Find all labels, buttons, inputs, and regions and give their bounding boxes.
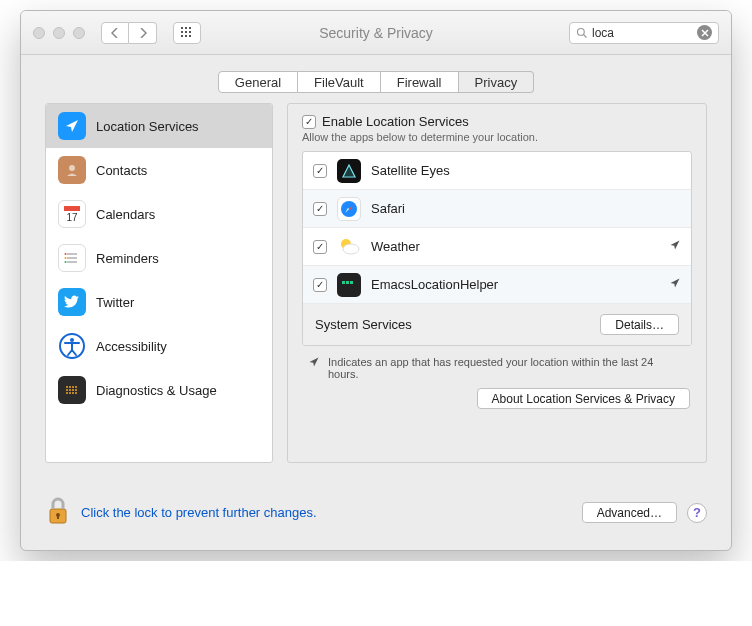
clear-search-button[interactable] <box>697 25 712 40</box>
svg-rect-46 <box>57 515 59 519</box>
zoom-window-button[interactable] <box>73 27 85 39</box>
app-checkbox[interactable]: ✓ <box>313 164 327 178</box>
back-button[interactable] <box>101 22 129 44</box>
sidebar-item-accessibility[interactable]: Accessibility <box>46 324 272 368</box>
reminders-icon <box>58 244 86 272</box>
svg-point-19 <box>65 261 67 263</box>
system-services-row: System Services Details… <box>303 304 691 345</box>
svg-text:17: 17 <box>66 212 78 223</box>
lock-icon[interactable] <box>45 495 71 530</box>
sidebar-item-reminders[interactable]: Reminders <box>46 236 272 280</box>
app-row: ✓ EmacsLocationHelper <box>303 266 691 304</box>
svg-point-32 <box>72 392 74 394</box>
sidebar-item-label: Contacts <box>96 163 147 178</box>
nav-buttons <box>101 22 157 44</box>
window-titlebar: Security & Privacy loca <box>21 11 731 55</box>
svg-rect-3 <box>181 31 183 33</box>
app-name: Weather <box>371 239 420 254</box>
about-location-services-button[interactable]: About Location Services & Privacy <box>477 388 690 409</box>
privacy-category-list: Location Services Contacts 17 Calendars … <box>45 103 273 463</box>
search-icon <box>576 27 588 39</box>
svg-point-29 <box>75 389 77 391</box>
sidebar-item-label: Accessibility <box>96 339 167 354</box>
svg-point-17 <box>65 253 67 255</box>
details-button[interactable]: Details… <box>600 314 679 335</box>
forward-button[interactable] <box>129 22 157 44</box>
sidebar-item-label: Reminders <box>96 251 159 266</box>
app-row: ✓ Weather <box>303 228 691 266</box>
svg-rect-6 <box>181 35 183 37</box>
app-row: ✓ Satellite Eyes <box>303 152 691 190</box>
tab-general[interactable]: General <box>218 71 298 93</box>
app-name: Satellite Eyes <box>371 163 450 178</box>
note-text: Indicates an app that has requested your… <box>328 356 686 380</box>
main-area: Location Services Contacts 17 Calendars … <box>21 103 731 483</box>
sidebar-item-calendars[interactable]: 17 Calendars <box>46 192 272 236</box>
location-arrow-icon <box>308 356 320 380</box>
svg-point-23 <box>69 386 71 388</box>
tab-segmented-control: General FileVault Firewall Privacy <box>218 71 534 93</box>
help-button[interactable]: ? <box>687 503 707 523</box>
tab-privacy[interactable]: Privacy <box>459 71 535 93</box>
system-services-label: System Services <box>315 317 412 332</box>
weather-icon <box>337 235 361 259</box>
app-row: ✓ Safari <box>303 190 691 228</box>
diagnostics-icon <box>58 376 86 404</box>
svg-point-24 <box>72 386 74 388</box>
tab-firewall[interactable]: Firewall <box>381 71 459 93</box>
recent-location-indicator-icon <box>669 277 681 292</box>
sidebar-item-label: Location Services <box>96 119 199 134</box>
close-icon <box>701 29 709 37</box>
app-checkbox[interactable]: ✓ <box>313 278 327 292</box>
svg-rect-7 <box>185 35 187 37</box>
svg-rect-41 <box>342 281 345 284</box>
sidebar-item-label: Twitter <box>96 295 134 310</box>
svg-rect-8 <box>189 35 191 37</box>
lock-hint-text[interactable]: Click the lock to prevent further change… <box>81 505 317 520</box>
enable-location-checkbox[interactable]: ✓ <box>302 115 316 129</box>
close-window-button[interactable] <box>33 27 45 39</box>
sidebar-item-twitter[interactable]: Twitter <box>46 280 272 324</box>
search-field[interactable]: loca <box>569 22 719 44</box>
footer: Click the lock to prevent further change… <box>21 483 731 550</box>
sidebar-item-diagnostics[interactable]: Diagnostics & Usage <box>46 368 272 412</box>
sidebar-item-label: Diagnostics & Usage <box>96 383 217 398</box>
svg-marker-35 <box>343 165 355 177</box>
enable-location-label: Enable Location Services <box>322 114 469 129</box>
app-name: EmacsLocationHelper <box>371 277 498 292</box>
svg-point-18 <box>65 257 67 259</box>
twitter-icon <box>58 288 86 316</box>
svg-line-10 <box>584 34 587 37</box>
location-arrow-icon <box>58 112 86 140</box>
svg-point-40 <box>343 244 359 254</box>
advanced-button[interactable]: Advanced… <box>582 502 677 523</box>
app-list: ✓ Satellite Eyes ✓ Safari ✓ <box>302 151 692 346</box>
enable-location-row: ✓ Enable Location Services <box>302 114 692 129</box>
svg-rect-12 <box>64 206 80 211</box>
helper-text: Allow the apps below to determine your l… <box>302 131 692 143</box>
preferences-window: Security & Privacy loca General FileVaul… <box>20 10 732 551</box>
svg-rect-43 <box>350 281 353 284</box>
minimize-window-button[interactable] <box>53 27 65 39</box>
svg-point-26 <box>66 389 68 391</box>
recent-location-indicator-icon <box>669 239 681 254</box>
tab-bar: General FileVault Firewall Privacy <box>21 55 731 103</box>
svg-point-11 <box>69 165 75 171</box>
tab-filevault[interactable]: FileVault <box>298 71 381 93</box>
safari-icon <box>337 197 361 221</box>
recent-indicator-note: Indicates an app that has requested your… <box>302 346 692 384</box>
svg-rect-4 <box>185 31 187 33</box>
sidebar-item-location-services[interactable]: Location Services <box>46 104 272 148</box>
svg-rect-0 <box>181 27 183 29</box>
accessibility-icon <box>58 332 86 360</box>
app-checkbox[interactable]: ✓ <box>313 240 327 254</box>
sidebar-item-contacts[interactable]: Contacts <box>46 148 272 192</box>
app-name: Safari <box>371 201 405 216</box>
svg-point-31 <box>69 392 71 394</box>
svg-point-22 <box>66 386 68 388</box>
app-checkbox[interactable]: ✓ <box>313 202 327 216</box>
contacts-icon <box>58 156 86 184</box>
svg-point-25 <box>75 386 77 388</box>
content-panel: ✓ Enable Location Services Allow the app… <box>287 103 707 463</box>
show-all-button[interactable] <box>173 22 201 44</box>
